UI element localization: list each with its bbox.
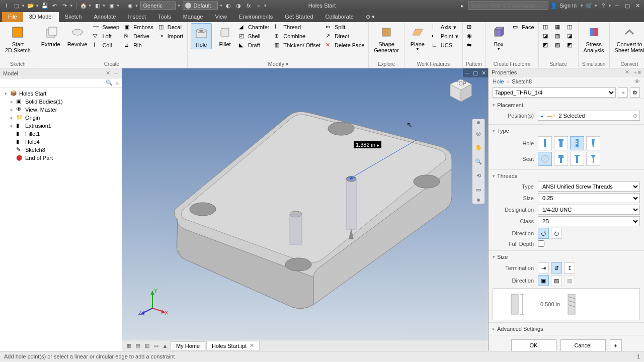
cart-icon[interactable]: 🛒 [585, 1, 594, 10]
term-to-icon[interactable]: ↧ [564, 262, 575, 274]
seat-spotface-icon[interactable] [570, 152, 584, 166]
hole-simple-icon[interactable] [538, 136, 552, 150]
layout-1-icon[interactable]: ▦ [124, 341, 133, 350]
orbit-icon[interactable]: ⟲ [473, 170, 484, 180]
thread-button[interactable]: ⌇Thread [273, 23, 321, 31]
full-depth-checkbox[interactable] [538, 240, 544, 247]
adjust-icon[interactable]: ◑ [234, 1, 243, 10]
home-icon[interactable]: 🏠 [79, 1, 88, 10]
rib-button[interactable]: ⊿Rib [123, 41, 154, 49]
fx-icon[interactable]: fx [244, 1, 253, 10]
tree-extrusion1[interactable]: ▸▮Extrusion1 [3, 122, 119, 130]
tree-sketch8[interactable]: ✎Sketch8 [3, 146, 119, 154]
tree-view-master[interactable]: ▸👁View: Master [3, 106, 119, 114]
chamfer-button[interactable]: ◢Chamfer [238, 23, 270, 31]
sign-in-link[interactable]: Sign In [559, 3, 577, 9]
lookat-icon[interactable]: ▭ [473, 185, 484, 195]
undo-icon[interactable]: ↶ [50, 1, 59, 10]
zoom-icon[interactable]: 🔍 [473, 156, 484, 166]
preset-add-icon[interactable]: ＋ [618, 87, 628, 98]
axis-button[interactable]: │Axis ▾ [431, 23, 459, 31]
revolve-button[interactable]: Revolve [65, 23, 90, 48]
fillet-button[interactable]: Fillet [215, 23, 235, 48]
extrude-button[interactable]: Extrude [39, 23, 62, 48]
tab-inspect[interactable]: Inspect [122, 12, 152, 22]
tab-get-started[interactable]: Get Started [279, 12, 319, 22]
vp-min-icon[interactable]: ─ [464, 69, 471, 76]
import-button[interactable]: ⇥Import [157, 32, 184, 40]
tab-tools[interactable]: Tools [152, 12, 177, 22]
props-close-icon[interactable]: ✕ [625, 69, 629, 75]
term-distance-icon[interactable]: ⇥ [538, 262, 549, 274]
coil-button[interactable]: ⌇Coil [92, 41, 120, 49]
section-type[interactable]: ▾Type [493, 127, 640, 135]
tab-bullet[interactable]: ⊙ ▾ [360, 12, 381, 22]
redo-icon[interactable]: ↷ [60, 1, 69, 10]
sweep-button[interactable]: 〰Sweep [92, 23, 120, 31]
emboss-button[interactable]: ▣Emboss [123, 23, 154, 31]
section-threads[interactable]: ▾Threads [493, 172, 640, 180]
depth-value[interactable]: 0.500 in [540, 301, 560, 307]
thicken-button[interactable]: ▥Thicken/ Offset [273, 41, 321, 49]
decal-button[interactable]: ◫Decal [157, 23, 184, 31]
thread-designation-dropdown[interactable]: 1/4-20 UNC [538, 205, 640, 215]
appearance-icon[interactable]: ◐ [224, 1, 233, 10]
tab-environments[interactable]: Environments [233, 12, 279, 22]
surf-6[interactable]: ▨ [554, 41, 563, 49]
thread-left-hand-icon[interactable]: ⭮ [551, 228, 562, 239]
restore-icon[interactable]: ▢ [623, 2, 632, 10]
preset-settings-icon[interactable]: ⚙ [630, 87, 640, 98]
tree-root[interactable]: ▾📦Holes Start [3, 89, 119, 98]
surf-4[interactable]: ▦ [554, 23, 563, 31]
section-size[interactable]: ▾Size [493, 253, 640, 261]
hole-tapped-icon[interactable] [570, 136, 584, 150]
save-icon[interactable]: 💾 [40, 1, 49, 10]
clear-icon[interactable]: ⊘ [633, 113, 637, 119]
term-through-icon[interactable]: ⇵ [551, 262, 562, 274]
tab-3d-model[interactable]: 3D Model [23, 12, 59, 22]
doc-tab-home[interactable]: My Home [171, 341, 205, 350]
dimension-label[interactable]: 1.382 in ▸ [354, 141, 381, 148]
surf-7[interactable]: ◫ [566, 23, 575, 31]
seat-countersink-icon[interactable] [586, 152, 600, 166]
mirror-button[interactable]: ⇋ [466, 41, 475, 49]
hole-taper-icon[interactable] [586, 136, 600, 150]
search-browser-icon[interactable]: 🔍 [106, 79, 113, 86]
hole-button[interactable]: Hole [191, 23, 212, 49]
tab-annotate[interactable]: Annotate [88, 12, 122, 22]
doc-tab-file[interactable]: Holes Start.ipt✕ [206, 341, 260, 350]
hole-clearance-icon[interactable] [554, 136, 568, 150]
browser-menu-icon[interactable]: ≡ [116, 80, 119, 86]
props-add-icon[interactable]: ＋ [632, 68, 638, 76]
combine-button[interactable]: ⊕Combine [273, 32, 321, 40]
visibility-icon[interactable]: 👁 [634, 78, 640, 84]
dir-sym-icon[interactable]: ▧ [564, 275, 575, 286]
app-icon[interactable]: I [2, 1, 11, 10]
loft-button[interactable]: ▽Loft [92, 32, 120, 40]
user-icon[interactable]: 👤 [549, 1, 558, 10]
play-icon[interactable]: ▸ [458, 1, 467, 10]
part-model[interactable] [137, 78, 469, 320]
draft-button[interactable]: ◣Draft [238, 41, 270, 49]
minimize-icon[interactable]: ─ [613, 2, 622, 10]
tab-sketch[interactable]: Sketch [59, 12, 88, 22]
surf-8[interactable]: ◪ [566, 32, 575, 40]
plus-icon[interactable]: ＋ [254, 1, 263, 10]
split-button[interactable]: ⇹Split [325, 23, 365, 31]
stress-analysis-button[interactable]: Stress Analysis [582, 23, 606, 54]
point-button[interactable]: •Point ▾ [431, 32, 459, 40]
preset-dropdown[interactable]: Tapped_THRU_1/4 [493, 87, 616, 98]
surf-3[interactable]: ◩ [542, 41, 551, 49]
open-icon[interactable]: 📂 [26, 1, 35, 10]
layout-up-icon[interactable]: ▲ [160, 341, 170, 350]
close-tab-icon[interactable]: ✕ [250, 342, 254, 349]
tree-origin[interactable]: ▸📁Origin [3, 114, 119, 122]
delete-face-button[interactable]: ✕Delete Face [325, 41, 365, 49]
new-icon[interactable]: ▢ [12, 1, 21, 10]
tree-fillet1[interactable]: ▮Fillet1 [3, 130, 119, 138]
search-input[interactable] [468, 2, 548, 10]
material-icon[interactable]: ◉ [126, 1, 135, 10]
direct-button[interactable]: ↗Direct [325, 32, 365, 40]
thread-class-dropdown[interactable]: 2B [538, 216, 640, 226]
viewport[interactable]: ─ ▢ ✕ TOP ◎ ✋ 🔍 ⟲ ▭ [122, 68, 488, 351]
